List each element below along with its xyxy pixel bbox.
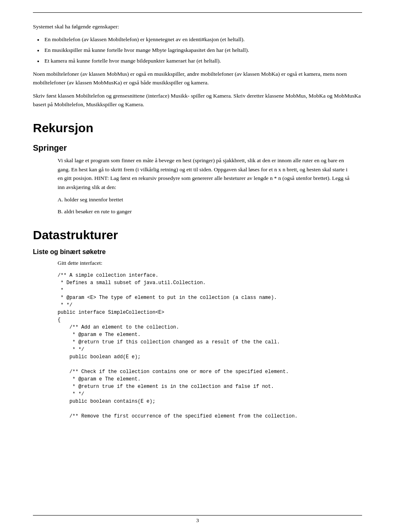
page: Systemet skal ha følgende egenskaper: En… (0, 0, 395, 532)
intro-text: Systemet skal ha følgende egenskaper: (33, 23, 362, 31)
bullet-item-3: Et kamera må kunne fortelle hvor mange b… (33, 57, 362, 65)
paragraph-1: Noen mobiltelefoner (av klassen MobMus) … (33, 70, 362, 87)
gitt-text: Gitt dette interfacet: (58, 259, 362, 268)
bullet-item-2: En musikkspiller må kunne fortelle hvor … (33, 46, 362, 55)
bullet-item-1: En mobiltelefon (av klassen Mobiltelefon… (33, 35, 362, 44)
label-b: B. aldri besøker en rute to ganger (58, 208, 362, 216)
section-liste-heading: Liste og binært søketre (33, 248, 362, 256)
top-rule (33, 12, 362, 13)
section-rekursjon-heading: Rekursjon (33, 121, 362, 135)
bullet-list: En mobiltelefon (av klassen Mobiltelefon… (33, 35, 362, 65)
springer-content: Vi skal lage et program som finner en må… (58, 156, 354, 191)
page-number: 3 (196, 517, 199, 524)
section-springer-heading: Springer (33, 143, 362, 153)
bottom-rule (33, 515, 362, 516)
springer-paragraph-1: Vi skal lage et program som finner en må… (58, 156, 354, 191)
section-datastrukturer-heading: Datastrukturer (33, 228, 362, 243)
paragraph-2: Skriv først klassen Mobiltelefon og gren… (33, 91, 362, 109)
code-block: /** A simple collection interface. * Def… (58, 272, 362, 420)
label-a: A. holder seg innenfor brettet (58, 196, 362, 204)
